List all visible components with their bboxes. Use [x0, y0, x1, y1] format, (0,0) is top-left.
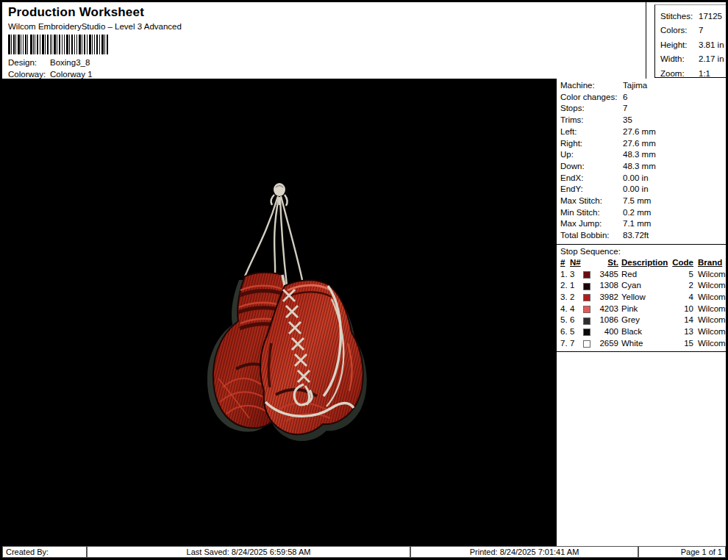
stat-colors: Colors: 7	[660, 24, 726, 37]
info-label: Color changes:	[560, 92, 623, 104]
seq-code: 5	[671, 269, 693, 281]
info-label: Left:	[560, 126, 623, 138]
glove-strings	[245, 196, 302, 285]
seq-st: 3982	[593, 292, 618, 304]
page-title: Production Worksheet	[8, 5, 182, 20]
info-value: 27.6 mm	[623, 126, 656, 138]
design-stats-box: Stitches: 17125 Colors: 7 Height: 3.81 i…	[654, 4, 726, 78]
panel-divider	[557, 244, 726, 245]
stat-stitches: Stitches: 17125	[660, 10, 726, 24]
seq-n: 5	[570, 326, 583, 338]
header: Production Worksheet Wilcom EmbroiderySt…	[2, 2, 726, 79]
stat-value: 17125	[699, 10, 722, 24]
col-description: Description	[621, 257, 671, 269]
seq-code: 4	[671, 292, 693, 304]
seq-num: 1.	[560, 269, 570, 281]
seq-st: 400	[593, 326, 618, 338]
stat-label: Height:	[660, 38, 699, 52]
color-swatch	[583, 329, 590, 336]
color-swatch	[583, 306, 590, 313]
col-brand: Brand	[698, 257, 726, 269]
stat-label: Width:	[660, 52, 699, 66]
color-swatch	[583, 317, 590, 325]
footer-last-saved: Last Saved: 8/24/2025 6:59:58 AM	[87, 546, 410, 558]
design-label: Design:	[8, 57, 50, 69]
info-row-max-jump: Max Jump: 7.1 mm	[560, 218, 726, 230]
design-canvas	[2, 79, 557, 547]
seq-brand: Wilcom	[698, 315, 726, 326]
seq-brand: Wilcom	[698, 338, 726, 350]
info-label: Max Jump:	[560, 218, 623, 230]
info-value: 7.1 mm	[623, 218, 651, 230]
color-swatch	[583, 271, 590, 279]
info-label: Total Bobbin:	[560, 230, 623, 242]
info-row-total-bobbin: Total Bobbin: 83.72ft	[560, 230, 726, 242]
info-row-machine: Machine: Tajima	[560, 80, 726, 92]
col-n: N#	[570, 257, 583, 269]
info-value: 7.5 mm	[623, 195, 651, 207]
seq-brand: Wilcom	[698, 292, 726, 304]
info-value: 0.2 mm	[623, 207, 651, 219]
stat-label: Stitches:	[660, 10, 699, 24]
seq-n: 3	[570, 269, 583, 281]
col-st: St.	[593, 257, 618, 269]
string-knot	[271, 183, 288, 206]
footer-created-by: Created By:	[2, 546, 87, 558]
info-row-up: Up: 48.3 mm	[560, 149, 726, 161]
seq-n: 7	[570, 338, 583, 350]
header-divider	[646, 2, 646, 79]
seq-st: 4203	[593, 304, 618, 315]
seq-code: 14	[671, 315, 693, 326]
info-label: Stops:	[560, 103, 623, 115]
info-label: Right:	[560, 138, 623, 150]
seq-description: White	[621, 338, 671, 350]
machine-info-panel: Machine: Tajima Color changes: 6 Stops: …	[557, 79, 726, 547]
info-row-left: Left: 27.6 mm	[560, 126, 726, 138]
color-swatch	[583, 294, 590, 301]
info-value: 48.3 mm	[623, 149, 656, 161]
stop-sequence-row-1: 1. 3 3485 Red 5 Wilcom	[560, 269, 726, 281]
seq-st: 1086	[593, 315, 618, 326]
seq-description: Pink	[621, 304, 671, 315]
color-swatch	[583, 340, 590, 348]
seq-brand: Wilcom	[698, 269, 726, 281]
info-label: Up:	[560, 149, 623, 161]
stop-sequence-row-4: 4. 4 4203 Pink 10 Wilcom	[560, 304, 726, 315]
seq-num: 4.	[560, 304, 570, 315]
info-value: 7	[623, 103, 627, 115]
production-worksheet-page: Production Worksheet Wilcom EmbroiderySt…	[0, 0, 728, 560]
info-row-endy: EndY: 0.00 in	[560, 184, 726, 195]
seq-num: 3.	[560, 292, 570, 304]
seq-n: 6	[570, 315, 583, 326]
seq-description: Black	[621, 326, 671, 338]
seq-brand: Wilcom	[698, 304, 726, 315]
stop-sequence-row-5: 5. 6 1086 Grey 14 Wilcom	[560, 315, 726, 326]
seq-n: 1	[570, 280, 583, 292]
info-row-color-changes: Color changes: 6	[560, 92, 726, 104]
info-value: 6	[623, 92, 627, 104]
stat-width: Width: 2.17 in	[660, 52, 726, 66]
stat-label: Colors:	[660, 24, 699, 37]
info-label: Machine:	[560, 80, 623, 92]
stop-sequence-header: # N# St. Description Code Brand	[560, 257, 726, 269]
barcode-icon	[8, 35, 110, 54]
boxing-gloves-design	[2, 79, 557, 547]
col-code: Code	[671, 257, 693, 269]
seq-code: 2	[671, 280, 693, 292]
info-row-max-stitch: Max Stitch: 7.5 mm	[560, 195, 726, 207]
info-label: Down:	[560, 161, 623, 173]
seq-code: 15	[671, 338, 693, 350]
info-label: EndX:	[560, 173, 623, 184]
info-label: Min Stitch:	[560, 207, 623, 219]
info-row-endx: EndX: 0.00 in	[560, 173, 726, 184]
info-row-down: Down: 48.3 mm	[560, 161, 726, 173]
app-subtitle: Wilcom EmbroideryStudio – Level 3 Advanc…	[8, 22, 182, 31]
stat-value: 3.81 in	[699, 38, 724, 52]
footer: Created By: Last Saved: 8/24/2025 6:59:5…	[2, 546, 726, 558]
design-row: Design: Boxing3_8	[8, 57, 182, 69]
stop-sequence-row-3: 3. 2 3982 Yellow 4 Wilcom	[560, 292, 726, 304]
col-num: #	[560, 257, 570, 269]
seq-brand: Wilcom	[698, 280, 726, 292]
stat-value: 7	[699, 24, 703, 37]
seq-num: 5.	[560, 315, 570, 326]
